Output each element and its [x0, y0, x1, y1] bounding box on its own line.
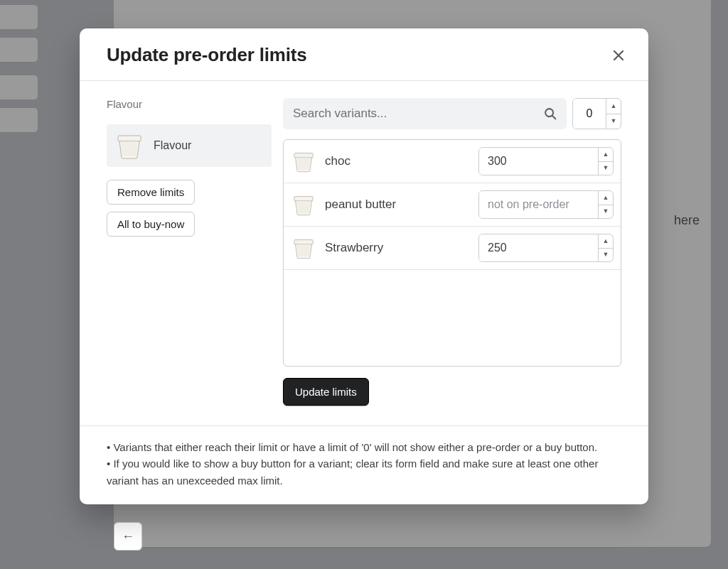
variant-name: peanut butter [325, 197, 470, 212]
step-up[interactable]: ▲ [599, 234, 613, 249]
bulk-step-up[interactable]: ▲ [606, 99, 621, 114]
section-heading: Flavour [107, 98, 272, 110]
bucket-icon [291, 235, 316, 261]
variant-name: choc [325, 154, 470, 168]
variant-value-input[interactable] [479, 148, 598, 175]
variant-row: choc ▲ ▼ [284, 140, 621, 183]
bulk-value-stepper: ▲ ▼ [572, 98, 621, 129]
bucket-icon [291, 148, 316, 174]
variant-value-stepper: ▲ ▼ [478, 147, 614, 175]
option-label: Flavour [154, 139, 191, 152]
modal-header: Update pre-order limits [80, 28, 648, 81]
variant-row: Strawberry ▲ ▼ [284, 227, 621, 270]
arrow-left-icon: ← [122, 529, 134, 544]
remove-limits-button[interactable]: Remove limits [107, 180, 195, 205]
variant-value-input[interactable] [479, 191, 598, 218]
step-down[interactable]: ▼ [599, 162, 613, 175]
bucket-icon [114, 130, 145, 161]
step-up[interactable]: ▲ [599, 148, 613, 162]
svg-line-2 [552, 116, 555, 119]
variant-name: Strawberry [325, 241, 470, 255]
bulk-step-down[interactable]: ▼ [606, 114, 621, 129]
update-limits-button[interactable]: Update limits [283, 378, 369, 406]
left-column: Flavour Flavour Remove limits All to buy… [107, 98, 272, 406]
modal-footer: • Variants that either reach their limit… [80, 426, 648, 504]
bucket-icon [291, 192, 316, 217]
step-up[interactable]: ▲ [599, 191, 613, 205]
step-down[interactable]: ▼ [599, 205, 613, 219]
modal-title: Update pre-order limits [107, 44, 306, 66]
variant-value-stepper: ▲ ▼ [478, 234, 614, 262]
search-field-wrap [283, 98, 567, 129]
variant-list: choc ▲ ▼ peanut butter [283, 139, 621, 367]
right-column: ▲ ▼ choc ▲ ▼ [283, 98, 621, 406]
search-row: ▲ ▼ [283, 98, 621, 129]
close-icon [611, 48, 626, 63]
variant-value-input[interactable] [479, 234, 598, 261]
modal-body: Flavour Flavour Remove limits All to buy… [80, 81, 648, 426]
variant-value-stepper: ▲ ▼ [478, 190, 614, 219]
all-to-buy-now-button[interactable]: All to buy-now [107, 212, 195, 237]
footer-note-1: • Variants that either reach their limit… [107, 439, 621, 455]
search-input[interactable] [283, 98, 542, 129]
back-button[interactable]: ← [114, 522, 142, 551]
variant-row: peanut butter ▲ ▼ [284, 183, 621, 227]
option-flavour[interactable]: Flavour [107, 124, 272, 167]
update-limits-modal: Update pre-order limits Flavour Flavour … [80, 28, 648, 504]
bulk-value-input[interactable] [573, 99, 606, 129]
footer-note-2: • If you would like to show a buy button… [107, 455, 621, 489]
search-icon [542, 106, 558, 121]
close-button[interactable] [609, 45, 628, 65]
step-down[interactable]: ▼ [599, 249, 613, 262]
